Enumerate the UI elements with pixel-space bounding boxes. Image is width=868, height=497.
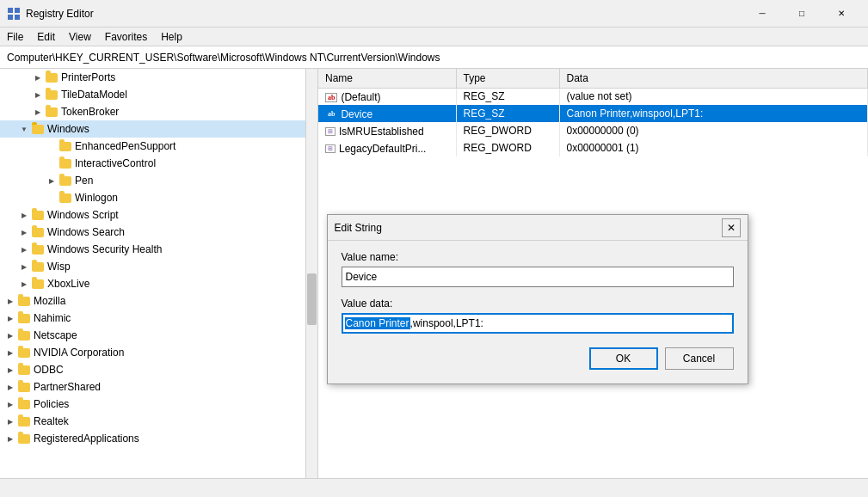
- dialog-close-button[interactable]: ✕: [722, 218, 741, 237]
- tree-item-policies[interactable]: ▶ Policies: [0, 396, 317, 413]
- table-row[interactable]: ⊞ LegacyDefaultPri... REG_DWORD 0x000000…: [318, 139, 868, 156]
- value-name-label: Value name:: [342, 251, 734, 263]
- value-data-label: Value data:: [342, 298, 734, 310]
- tree-label-interactivecontrol: InteractiveControl: [75, 157, 156, 169]
- address-bar: Computer\HKEY_CURRENT_USER\Software\Micr…: [0, 46, 868, 69]
- tree-label-xboxlive: XboxLive: [47, 278, 89, 290]
- expander-printerports: ▶: [31, 71, 45, 84]
- menu-help[interactable]: Help: [154, 28, 189, 46]
- edit-string-dialog: Edit String ✕ Value name: Value data: Ca…: [327, 214, 748, 384]
- folder-icon-windowssecurityhealth: [31, 242, 45, 256]
- value-data-rest: ,winspool,LPT1:: [410, 317, 483, 329]
- tree-item-tiledatamodel[interactable]: ▶ TileDataModel: [0, 86, 317, 103]
- expander-odbc: ▶: [3, 363, 17, 377]
- tree-item-tokenbroker[interactable]: ▶ TokenBroker: [0, 103, 317, 120]
- tree-label-windowssearch: Windows Search: [47, 226, 125, 238]
- folder-icon-windowssearch: [31, 225, 45, 239]
- table-row[interactable]: ab (Default) REG_SZ (value not set): [318, 88, 868, 105]
- title-bar: Registry Editor ─ □ ✕: [0, 0, 868, 28]
- tree-item-realtek[interactable]: ▶ Realtek: [0, 413, 317, 430]
- expander-nahimic: ▶: [3, 311, 17, 325]
- cell-name-1: ab Device: [318, 105, 456, 122]
- expander-winlogon: ▶: [45, 191, 58, 205]
- tree-item-windowsscript[interactable]: ▶ Windows Script: [0, 206, 317, 224]
- col-header-type: Type: [456, 69, 559, 88]
- folder-icon-xboxlive: [31, 277, 45, 291]
- tree-label-registeredapplications: RegisteredApplications: [34, 433, 139, 445]
- tree-label-realtek: Realtek: [34, 415, 69, 427]
- tree-item-windowssecurityhealth[interactable]: ▶ Windows Security Health: [0, 241, 317, 258]
- expander-enhancedpensupport: ▶: [45, 139, 58, 153]
- tree-item-enhancedpensupport[interactable]: ▶ EnhancedPenSupport: [0, 138, 317, 155]
- cell-type-0: REG_SZ: [456, 88, 559, 105]
- value-data-field[interactable]: Canon Printer,winspool,LPT1:: [342, 313, 734, 334]
- folder-icon-policies: [17, 397, 31, 411]
- tree-item-windowssearch[interactable]: ▶ Windows Search: [0, 224, 317, 241]
- tree-item-pen[interactable]: ▶ Pen: [0, 172, 317, 189]
- table-row[interactable]: ⊞ IsMRUEstablished REG_DWORD 0x00000000 …: [318, 122, 868, 139]
- tree-label-partnershared: PartnerShared: [34, 381, 101, 393]
- cell-name-0: ab (Default): [318, 88, 456, 105]
- tree-label-wisp: Wisp: [47, 261, 71, 273]
- svg-rect-0: [8, 8, 13, 13]
- tree-item-printerports[interactable]: ▶ PrinterPorts: [0, 69, 317, 86]
- expander-pen: ▶: [45, 174, 58, 187]
- tree-item-nahimic[interactable]: ▶ Nahimic: [0, 310, 317, 327]
- icon-ab-0: ab: [325, 93, 337, 102]
- folder-icon-registeredapplications: [17, 432, 31, 445]
- menu-view[interactable]: View: [62, 28, 98, 46]
- close-button[interactable]: ✕: [822, 0, 861, 28]
- tree-item-interactivecontrol[interactable]: ▶ InteractiveControl: [0, 155, 317, 172]
- icon-ab-1: ab: [325, 109, 337, 119]
- menu-favorites[interactable]: Favorites: [98, 28, 154, 46]
- tree-item-odbc[interactable]: ▶ ODBC: [0, 361, 317, 378]
- cell-data-2: 0x00000000 (0): [559, 122, 868, 139]
- tree-scroll[interactable]: ▶ PrinterPorts ▶ TileDataModel ▶ TokenBr…: [0, 69, 317, 478]
- folder-icon-tokenbroker: [45, 105, 58, 119]
- row-icon-3: ⊞ LegacyDefaultPri...: [325, 143, 426, 155]
- tree-item-mozilla[interactable]: ▶ Mozilla: [0, 292, 317, 310]
- tree-scrollbar-thumb[interactable]: [307, 273, 317, 325]
- expander-windowssearch: ▶: [17, 225, 31, 239]
- ok-button[interactable]: OK: [589, 347, 658, 370]
- menu-file[interactable]: File: [0, 28, 30, 46]
- cell-name-2: ⊞ IsMRUEstablished: [318, 122, 456, 139]
- tree-item-xboxlive[interactable]: ▶ XboxLive: [0, 275, 317, 292]
- status-bar: [0, 478, 868, 497]
- maximize-button[interactable]: □: [782, 0, 822, 28]
- minimize-button[interactable]: ─: [742, 0, 782, 28]
- folder-icon-netscape: [17, 328, 31, 342]
- tree-item-winlogon[interactable]: ▶ Winlogon: [0, 189, 317, 206]
- app-title: Registry Editor: [26, 8, 742, 20]
- cancel-button[interactable]: Cancel: [665, 347, 734, 370]
- svg-rect-3: [15, 15, 20, 20]
- folder-icon-nvidia: [17, 346, 31, 359]
- tree-label-winlogon: Winlogon: [75, 192, 118, 204]
- value-name-input[interactable]: [342, 267, 734, 287]
- tree-item-wisp[interactable]: ▶ Wisp: [0, 258, 317, 275]
- folder-icon-nahimic: [17, 311, 31, 325]
- tree-label-policies: Policies: [34, 398, 69, 410]
- dialog-title-bar: Edit String ✕: [328, 215, 748, 241]
- value-data-wrapper: Canon Printer,winspool,LPT1:: [342, 313, 734, 334]
- tree-item-windows[interactable]: ▼ Windows: [0, 120, 317, 138]
- table-row[interactable]: ab Device REG_SZ Canon Printer,winspool,…: [318, 105, 868, 122]
- folder-icon-tiledatamodel: [45, 88, 58, 101]
- expander-registeredapplications: ▶: [3, 432, 17, 445]
- tree-item-partnershared[interactable]: ▶ PartnerShared: [0, 378, 317, 396]
- menu-edit[interactable]: Edit: [30, 28, 62, 46]
- tree-pane: ▶ PrinterPorts ▶ TileDataModel ▶ TokenBr…: [0, 69, 318, 478]
- tree-item-nvidia[interactable]: ▶ NVIDIA Corporation: [0, 344, 317, 361]
- tree-label-windows: Windows: [47, 123, 89, 135]
- col-header-name: Name: [318, 69, 456, 88]
- folder-icon-windows: [31, 122, 45, 136]
- tree-scrollbar[interactable]: [305, 69, 317, 478]
- col-header-data: Data: [559, 69, 868, 88]
- folder-icon-realtek: [17, 414, 31, 428]
- cell-data-1: Canon Printer,winspool,LPT1:: [559, 105, 868, 122]
- cell-type-2: REG_DWORD: [456, 122, 559, 139]
- tree-label-nahimic: Nahimic: [34, 312, 71, 324]
- expander-mozilla: ▶: [3, 294, 17, 308]
- tree-item-netscape[interactable]: ▶ Netscape: [0, 327, 317, 344]
- tree-item-registeredapplications[interactable]: ▶ RegisteredApplications: [0, 430, 317, 447]
